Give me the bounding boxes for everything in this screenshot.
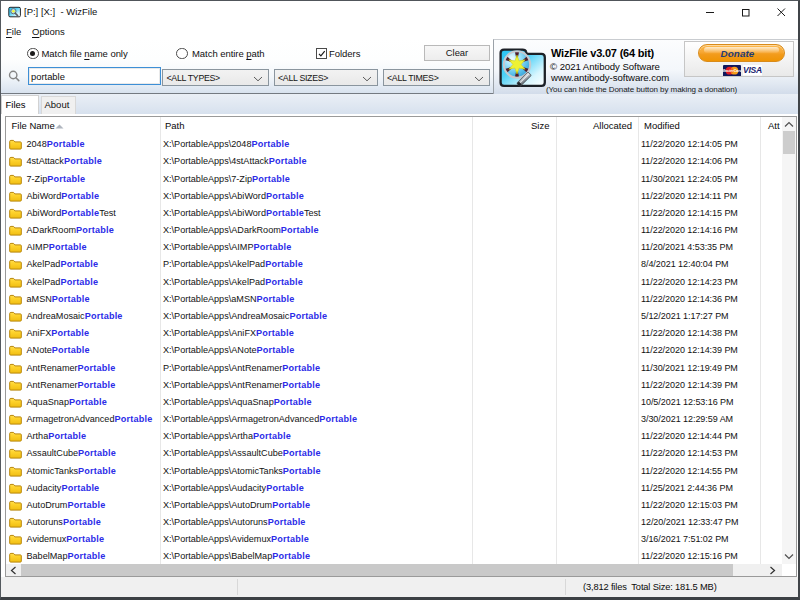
svg-text:VISA: VISA <box>743 65 762 75</box>
svg-text:MasterCard: MasterCard <box>723 69 741 73</box>
